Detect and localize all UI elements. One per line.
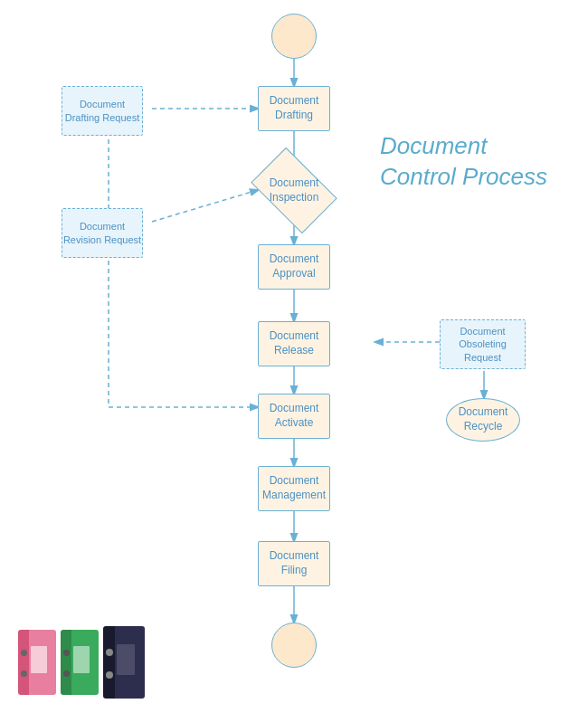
green-binder xyxy=(61,630,99,695)
binder-illustration xyxy=(18,626,145,695)
document-approval-node: Document Approval xyxy=(258,244,330,290)
black-binder xyxy=(103,626,145,699)
document-drafting-node: Document Drafting xyxy=(258,86,330,131)
end-circle xyxy=(271,623,317,668)
document-inspection-node: Document Inspection xyxy=(258,166,330,215)
document-activate-node: Document Activate xyxy=(258,394,330,439)
diagram-container: Document Drafting Document Inspection Do… xyxy=(0,0,588,713)
document-recycle-node: Document Recycle xyxy=(446,398,520,442)
document-management-node: Document Management xyxy=(258,466,330,511)
pink-binder xyxy=(18,630,56,695)
document-drafting-request-node: Document Drafting Request xyxy=(62,86,143,136)
document-obsoleting-request-node: Document Obsoleting Request xyxy=(440,319,526,369)
document-filing-node: Document Filing xyxy=(258,541,330,586)
document-release-node: Document Release xyxy=(258,321,330,366)
document-revision-request-node: Document Revision Request xyxy=(62,208,143,258)
svg-line-9 xyxy=(152,190,258,222)
diagram-title: Document Control Process xyxy=(380,131,552,193)
start-circle xyxy=(271,14,317,59)
